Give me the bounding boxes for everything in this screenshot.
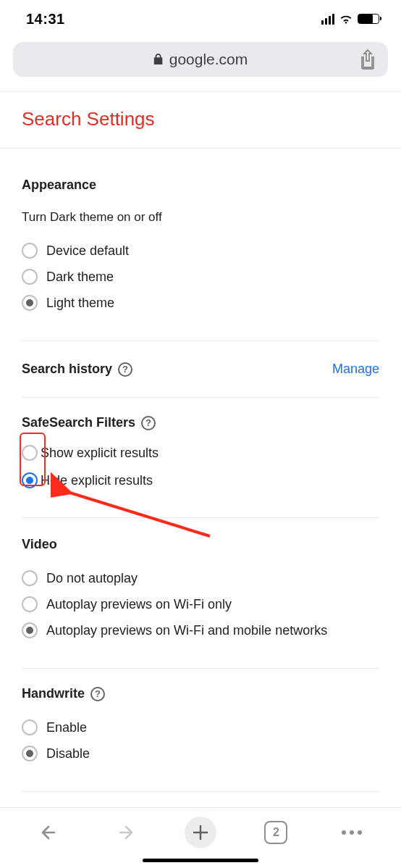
arrow-right-icon: [114, 822, 136, 843]
search-history-manage-link[interactable]: Manage: [332, 362, 379, 377]
safesearch-section: SafeSearch Filters ? Show explicit resul…: [22, 398, 379, 518]
url-domain: google.com: [169, 51, 248, 68]
radio-label: Light theme: [46, 296, 114, 311]
radio-hide-explicit[interactable]: Hide explicit results: [22, 465, 379, 493]
back-button[interactable]: [32, 815, 67, 850]
help-icon[interactable]: ?: [90, 687, 105, 701]
radio-show-explicit[interactable]: Show explicit results: [22, 441, 379, 465]
search-history-label: Search history: [22, 362, 112, 377]
safesearch-label: SafeSearch Filters: [22, 415, 135, 430]
help-icon[interactable]: ?: [141, 416, 156, 430]
radio-label: Hide explicit results: [41, 473, 153, 488]
radio-label: Show explicit results: [41, 446, 159, 461]
handwrite-label: Handwrite: [22, 686, 85, 701]
url-bar[interactable]: google.com: [13, 42, 388, 77]
radio-label: Dark theme: [46, 270, 114, 285]
video-section: Video Do not autoplay Autoplay previews …: [22, 518, 379, 669]
radio-device-default[interactable]: Device default: [22, 238, 379, 264]
appearance-section: Appearance Turn Dark theme on or off Dev…: [22, 149, 379, 341]
battery-icon: [358, 14, 379, 24]
tabs-count: 2: [264, 821, 287, 844]
radio-circle-icon: [22, 243, 38, 259]
wifi-icon: [339, 14, 353, 24]
radio-circle-selected-icon: [22, 746, 38, 761]
radio-circle-icon: [22, 570, 38, 586]
radio-no-autoplay[interactable]: Do not autoplay: [22, 565, 379, 591]
more-menu-button[interactable]: [334, 815, 369, 850]
status-icons-group: [321, 14, 380, 25]
radio-label: Autoplay previews on Wi-Fi only: [46, 597, 232, 612]
plus-icon: [191, 823, 210, 842]
help-icon[interactable]: ?: [118, 362, 132, 377]
radio-wifi-mobile[interactable]: Autoplay previews on Wi-Fi and mobile ne…: [22, 617, 379, 643]
radio-circle-icon: [22, 596, 38, 612]
radio-label: Device default: [46, 243, 129, 259]
share-icon: [359, 49, 376, 70]
forward-button[interactable]: [108, 815, 143, 850]
tabs-button[interactable]: 2: [258, 815, 293, 850]
handwrite-section: Handwrite ? Enable Disable: [22, 669, 379, 792]
radio-label: Disable: [46, 746, 90, 761]
cellular-signal-icon: [321, 14, 335, 25]
radio-wifi-only[interactable]: Autoplay previews on Wi-Fi only: [22, 591, 379, 617]
safesearch-heading: SafeSearch Filters ?: [22, 415, 379, 430]
radio-label: Autoplay previews on Wi-Fi and mobile ne…: [46, 623, 327, 638]
share-button[interactable]: [359, 49, 376, 70]
search-history-heading: Search history ?: [22, 362, 132, 377]
radio-handwrite-enable[interactable]: Enable: [22, 714, 379, 740]
radio-circle-icon: [22, 719, 38, 735]
video-heading: Video: [22, 537, 379, 552]
radio-circle-icon: [22, 269, 38, 285]
arrow-left-icon: [38, 822, 60, 843]
more-dots-icon: [342, 830, 362, 835]
appearance-subtitle: Turn Dark theme on or off: [22, 193, 379, 225]
radio-circle-selected-icon: [22, 622, 38, 638]
appearance-heading: Appearance: [22, 178, 379, 193]
radio-label: Enable: [46, 720, 87, 735]
status-bar: 14:31: [0, 0, 401, 35]
radio-light-theme[interactable]: Light theme: [22, 290, 379, 316]
new-tab-button[interactable]: [183, 815, 218, 850]
radio-circle-icon: [22, 445, 38, 461]
status-time: 14:31: [26, 11, 65, 28]
home-indicator: [143, 859, 258, 862]
radio-handwrite-disable[interactable]: Disable: [22, 740, 379, 767]
lock-icon: [153, 54, 164, 65]
radio-label: Do not autoplay: [46, 571, 138, 586]
radio-circle-selected-icon: [22, 295, 38, 311]
handwrite-heading: Handwrite ?: [22, 686, 379, 701]
search-history-section: Search history ? Manage: [22, 341, 379, 377]
radio-circle-selected-icon: [22, 472, 38, 488]
page-title: Search Settings: [0, 92, 401, 149]
radio-dark-theme[interactable]: Dark theme: [22, 264, 379, 290]
